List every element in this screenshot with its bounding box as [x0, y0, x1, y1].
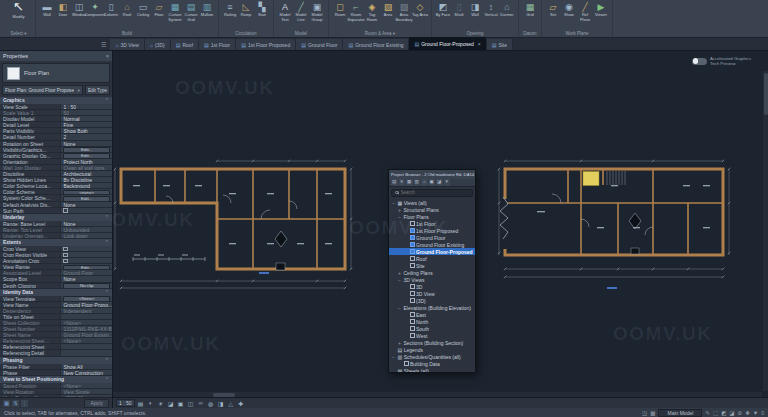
property-value[interactable]: 1 : 50	[60, 104, 112, 109]
ribbon-button-ceiling[interactable]: ▭Ceiling	[135, 1, 151, 30]
browser-list-icon[interactable]: ▦	[406, 179, 413, 186]
panel-dock-icon[interactable]: ⇅	[12, 400, 19, 407]
tree-node-3d-views[interactable]: −3D Views	[389, 276, 475, 283]
filter-icon[interactable]: ▼	[753, 410, 758, 416]
ribbon-button-viewer[interactable]: ▶Viewer	[593, 1, 609, 30]
property-value[interactable]: None	[60, 141, 112, 146]
browser-settings-icon[interactable]: ≡	[444, 179, 451, 186]
property-value[interactable]	[60, 350, 112, 355]
detail-level-icon[interactable]: ▤	[137, 400, 145, 407]
property-value[interactable]: Edit...	[60, 153, 112, 158]
worksets-icon[interactable]: ◳	[642, 410, 647, 416]
tree-expander-icon[interactable]: +	[397, 340, 402, 346]
tree-node-3d[interactable]: 3D	[389, 283, 475, 290]
property-value[interactable]: <None>	[60, 320, 112, 325]
tree-node-ceiling-plans[interactable]: +Ceiling Plans	[389, 269, 475, 276]
ribbon-button-component[interactable]: ✦Component	[87, 1, 103, 30]
tree-node-1st-floor[interactable]: 1st Floor	[389, 220, 475, 227]
ribbon-button-ramp[interactable]: ◺Ramp	[238, 1, 254, 30]
tree-node-south[interactable]: South	[389, 325, 475, 332]
browser-views-icon[interactable]: ⌂	[421, 179, 428, 186]
property-value[interactable]: <None>	[60, 383, 112, 388]
property-value[interactable]: <none>	[60, 189, 112, 194]
property-value[interactable]: Show Both	[60, 128, 112, 133]
vertical-scrollbar[interactable]	[763, 71, 768, 391]
property-value[interactable]	[60, 314, 112, 319]
reveal-hidden-icon[interactable]: ◍	[207, 400, 215, 407]
property-value[interactable]: Ground Floor	[60, 270, 112, 275]
section-collapse-icon[interactable]: ⌃	[105, 239, 109, 246]
horizontal-scrollbar[interactable]	[113, 392, 762, 397]
section-collapse-icon[interactable]: ⌃	[105, 376, 109, 383]
ribbon-button-model-group[interactable]: ▣Model Group	[309, 1, 325, 30]
properties-section-identity-data[interactable]: Identity Data⌃	[0, 289, 112, 296]
property-checkbox[interactable]	[63, 253, 68, 257]
tree-node-floor-plans[interactable]: −Floor Plans	[389, 213, 475, 220]
panel-options-icon[interactable]: ⋮	[21, 400, 28, 407]
ribbon-button-dormer[interactable]: ⌂Dormer	[499, 1, 515, 30]
selection-filter-dropdown[interactable]: Floor Plan: Ground Floor Propose ▾	[2, 85, 83, 95]
property-value[interactable]: Ground Floor Existin...	[60, 332, 112, 337]
tree-expander-icon[interactable]: −	[391, 354, 396, 360]
view-tabs-menu-icon[interactable]: ☰	[97, 41, 110, 48]
sun-path-icon[interactable]: ☀	[157, 400, 165, 407]
edit-type-button[interactable]: Edit Type	[85, 85, 110, 95]
section-collapse-icon[interactable]: ⌃	[105, 97, 109, 104]
ribbon-button-curtain-grid[interactable]: ▤Curtain Grid	[183, 1, 199, 30]
property-value[interactable]: Look down	[60, 233, 112, 238]
tree-node-1st-floor-proposed[interactable]: 1st Floor Proposed	[389, 227, 475, 234]
view-tab-roof[interactable]: ▤Roof	[171, 39, 199, 50]
tab-close-icon[interactable]: ×	[478, 41, 481, 47]
ribbon-button-room-separator[interactable]: ⌐Room Separator	[348, 1, 364, 30]
ribbon-button-wall[interactable]: ▬Wall	[39, 1, 55, 30]
tree-node-building-data[interactable]: Building Data	[389, 360, 475, 367]
temporary-view-properties-icon[interactable]: ◨	[217, 400, 225, 407]
tree-expander-icon[interactable]: +	[397, 207, 402, 213]
ribbon-button-door[interactable]: ◧Door	[55, 1, 71, 30]
tree-expander-icon[interactable]: −	[397, 277, 402, 283]
scale-button[interactable]: 1 : 50	[116, 399, 135, 407]
browser-home-icon[interactable]: ▤	[391, 179, 398, 186]
tree-node-sheets-all[interactable]: ▧Sheets (all)	[389, 367, 475, 372]
visual-style-icon[interactable]: ◐	[147, 400, 155, 407]
property-edit-button[interactable]: <None>	[63, 296, 110, 301]
ribbon-button-railing[interactable]: ≡Railing	[222, 1, 238, 30]
property-edit-button[interactable]: Edit...	[63, 196, 110, 201]
properties-section-underlay[interactable]: Underlay⌃	[0, 214, 112, 221]
toggle-switch[interactable]	[692, 58, 707, 65]
tree-node-ground-floor[interactable]: Ground Floor	[389, 234, 475, 241]
apply-button[interactable]: Apply	[84, 399, 109, 408]
select-pinned-icon[interactable]: ◪	[729, 410, 734, 416]
search-input[interactable]	[401, 190, 470, 195]
property-value[interactable]: Ground Floor-Propo...	[60, 302, 112, 307]
type-selector[interactable]: Floor Plan	[2, 63, 110, 83]
ribbon-button-stair[interactable]: ▚Stair	[254, 1, 270, 30]
property-value[interactable]: Clean all wall joins	[60, 165, 112, 170]
property-value[interactable]: None	[60, 221, 112, 226]
ribbon-button-vertical[interactable]: ↕Vertical	[483, 1, 499, 30]
properties-section-view-to-sheet-positioning[interactable]: View to Sheet Positioning⌃	[0, 376, 112, 383]
property-value[interactable]: <None>	[60, 338, 112, 343]
ribbon-button-model-text[interactable]: AModel Text	[277, 1, 293, 30]
ribbon-button-tag-room[interactable]: ◈Tag Room	[364, 1, 380, 30]
view-tab-3d[interactable]: ⌂{3D}	[145, 39, 171, 50]
property-edit-button[interactable]: <none>	[63, 190, 110, 195]
view-tab-ground-floor-proposed[interactable]: ▤Ground Floor-Proposed×	[409, 37, 486, 50]
tree-node-west[interactable]: West	[389, 332, 475, 339]
tree-expander-icon[interactable]: −	[391, 200, 396, 206]
browser-expand-icon[interactable]: ▣	[429, 179, 436, 186]
design-options-icon[interactable]: ▦	[650, 410, 655, 416]
crop-view-icon[interactable]: ▣	[177, 400, 185, 407]
tree-node-east[interactable]: East	[389, 311, 475, 318]
ribbon-button-curtain-system[interactable]: ▦Curtain System	[167, 1, 183, 30]
property-checkbox[interactable]	[63, 259, 68, 263]
property-checkbox[interactable]	[63, 208, 68, 212]
property-value[interactable]: Independent	[60, 308, 112, 313]
section-collapse-icon[interactable]: ⌃	[105, 214, 109, 221]
ribbon-button-roof[interactable]: ⌂Roof	[119, 1, 135, 30]
property-value[interactable]: 50	[60, 110, 112, 115]
section-collapse-icon[interactable]: ⌃	[105, 289, 109, 296]
analytical-model-icon[interactable]: △	[227, 400, 235, 407]
properties-section-phasing[interactable]: Phasing⌃	[0, 357, 112, 364]
select-underlay-icon[interactable]: ◩	[721, 410, 726, 416]
